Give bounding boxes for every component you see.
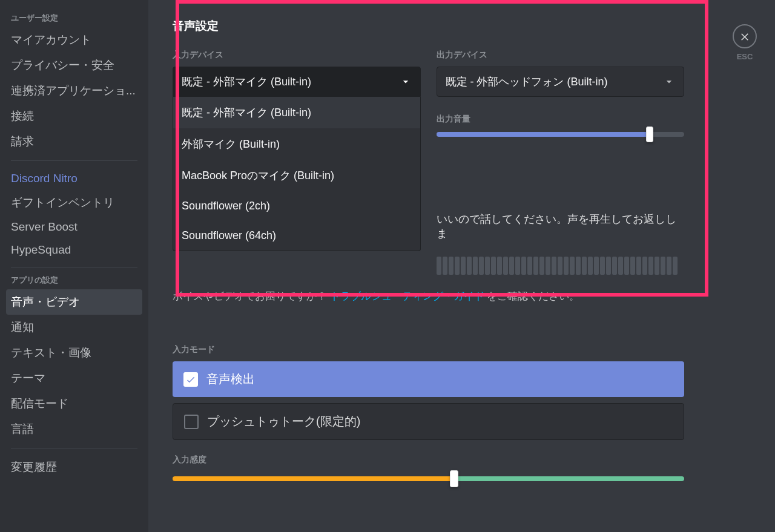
meter-bar bbox=[630, 257, 635, 275]
sidebar-item-account[interactable]: マイアカウント bbox=[6, 27, 142, 53]
sidebar-item-hypesquad[interactable]: HypeSquad bbox=[6, 238, 142, 261]
meter-bar bbox=[600, 257, 605, 275]
meter-bar bbox=[437, 257, 441, 275]
mode-voice-activity[interactable]: 音声検出 bbox=[173, 361, 684, 397]
settings-sidebar: ユーザー設定 マイアカウント プライバシー・安全 連携済アプリケーショ... 接… bbox=[0, 0, 148, 532]
meter-bar bbox=[479, 257, 484, 275]
esc-label: ESC bbox=[733, 52, 757, 61]
voice-settings-panel: 音声設定 入力デバイス 既定 - 外部マイク (Built-in) 既定 - 外… bbox=[173, 18, 684, 481]
meter-bar bbox=[473, 257, 478, 275]
meter-bar bbox=[588, 257, 593, 275]
sidebar-item-changelog[interactable]: 変更履歴 bbox=[6, 455, 142, 480]
meter-bar bbox=[661, 257, 665, 275]
sidebar-separator bbox=[11, 448, 137, 448]
checkbox-unchecked-icon bbox=[184, 415, 199, 429]
mode-voice-label: 音声検出 bbox=[206, 371, 255, 387]
meter-bar bbox=[455, 257, 460, 275]
sens-above bbox=[454, 476, 684, 481]
trouble-suffix: をご確認ください。 bbox=[487, 291, 579, 302]
meter-bar bbox=[667, 257, 671, 275]
sidebar-header-app: アプリの設定 bbox=[6, 274, 142, 289]
input-device-value: 既定 - 外部マイク (Built-in) bbox=[182, 74, 311, 89]
meter-bar bbox=[443, 257, 447, 275]
dropdown-option[interactable]: 外部マイク (Built-in) bbox=[173, 128, 420, 160]
input-mode-label: 入力モード bbox=[173, 344, 684, 355]
sidebar-item-gifts[interactable]: ギフトインベントリ bbox=[6, 190, 142, 215]
sidebar-separator bbox=[11, 268, 137, 268]
meter-bar bbox=[449, 257, 453, 275]
dropdown-option[interactable]: Soundflower (64ch) bbox=[173, 221, 420, 251]
dropdown-option[interactable]: 既定 - 外部マイク (Built-in) bbox=[173, 97, 420, 128]
meter-bar bbox=[546, 257, 550, 275]
meter-bar bbox=[648, 257, 653, 275]
sidebar-item-theme[interactable]: テーマ bbox=[6, 366, 142, 391]
close-icon bbox=[739, 31, 750, 42]
dropdown-option[interactable]: Soundflower (2ch) bbox=[173, 191, 420, 221]
close-button[interactable] bbox=[733, 24, 757, 48]
meter-bar bbox=[503, 257, 508, 275]
sidebar-item-boost[interactable]: Server Boost bbox=[6, 215, 142, 238]
input-device-dropdown: 既定 - 外部マイク (Built-in) 外部マイク (Built-in) M… bbox=[173, 97, 421, 251]
close-area: ESC bbox=[733, 24, 757, 61]
troubleshoot-text: ボイスやビデオでお困りですか？ トラブルシューティング・ガイド をご確認ください… bbox=[173, 289, 684, 303]
meter-bar bbox=[618, 257, 623, 275]
meter-bar bbox=[461, 257, 466, 275]
meter-bar bbox=[594, 257, 599, 275]
dropdown-option[interactable]: MacBook Proのマイク (Built-in) bbox=[173, 160, 420, 191]
meter-bar bbox=[533, 257, 538, 275]
meter-bar bbox=[642, 257, 647, 275]
trouble-prefix: ボイスやビデオでお困りですか？ bbox=[173, 291, 327, 302]
meter-bar bbox=[612, 257, 617, 275]
meter-bar bbox=[576, 257, 581, 275]
input-sensitivity-slider[interactable] bbox=[173, 476, 684, 481]
sidebar-item-nitro[interactable]: Discord Nitro bbox=[6, 167, 142, 190]
meter-bar bbox=[497, 257, 502, 275]
sidebar-item-privacy[interactable]: プライバシー・安全 bbox=[6, 53, 142, 78]
meter-bar bbox=[582, 257, 587, 275]
meter-bar bbox=[509, 257, 514, 275]
meter-bar bbox=[606, 257, 611, 275]
chevron-down-icon bbox=[400, 76, 412, 88]
slider-thumb[interactable] bbox=[646, 126, 653, 142]
sidebar-item-text-images[interactable]: テキスト・画像 bbox=[6, 340, 142, 366]
meter-bar bbox=[655, 257, 659, 275]
sens-below bbox=[173, 476, 454, 481]
chevron-down-icon bbox=[663, 76, 675, 88]
meter-bar bbox=[539, 257, 544, 275]
mode-ptt-label: プッシュトゥトーク(限定的) bbox=[207, 413, 360, 430]
sidebar-header-user: ユーザー設定 bbox=[6, 12, 142, 27]
mic-test-help: いいので話してください。声を再生してお返ししま bbox=[437, 212, 685, 241]
meter-bar bbox=[467, 257, 472, 275]
sidebar-item-billing[interactable]: 請求 bbox=[6, 129, 142, 154]
meter-bar bbox=[564, 257, 569, 275]
meter-bar bbox=[552, 257, 556, 275]
meter-bar bbox=[673, 257, 678, 275]
sidebar-item-streamer[interactable]: 配信モード bbox=[6, 391, 142, 416]
sidebar-item-voice-video[interactable]: 音声・ビデオ bbox=[6, 289, 142, 315]
slider-fill bbox=[437, 132, 650, 137]
meter-bar bbox=[515, 257, 520, 275]
mic-level-meter bbox=[437, 257, 685, 275]
input-device-label: 入力デバイス bbox=[173, 50, 421, 61]
sidebar-item-authorized-apps[interactable]: 連携済アプリケーショ... bbox=[6, 78, 142, 103]
output-volume-slider[interactable] bbox=[437, 132, 685, 137]
meter-bar bbox=[558, 257, 562, 275]
sidebar-separator bbox=[11, 160, 137, 161]
sidebar-item-notifications[interactable]: 通知 bbox=[6, 315, 142, 340]
meter-bar bbox=[570, 257, 575, 275]
output-device-label: 出力デバイス bbox=[437, 50, 685, 61]
mode-push-to-talk[interactable]: プッシュトゥトーク(限定的) bbox=[173, 403, 684, 440]
output-volume-label: 出力音量 bbox=[437, 114, 685, 125]
panel-title: 音声設定 bbox=[173, 18, 684, 34]
sidebar-item-language[interactable]: 言語 bbox=[6, 416, 142, 442]
meter-bar bbox=[527, 257, 532, 275]
meter-bar bbox=[636, 257, 641, 275]
input-device-select[interactable]: 既定 - 外部マイク (Built-in) bbox=[173, 67, 421, 97]
sidebar-item-connections[interactable]: 接続 bbox=[6, 103, 142, 129]
sens-thumb[interactable] bbox=[450, 470, 458, 487]
sensitivity-label: 入力感度 bbox=[173, 455, 684, 465]
output-device-value: 既定 - 外部ヘッドフォン (Built-in) bbox=[446, 74, 608, 89]
checkbox-checked-icon bbox=[183, 372, 198, 387]
troubleshoot-link[interactable]: トラブルシューティング・ガイド bbox=[330, 291, 484, 302]
output-device-select[interactable]: 既定 - 外部ヘッドフォン (Built-in) bbox=[437, 67, 685, 97]
